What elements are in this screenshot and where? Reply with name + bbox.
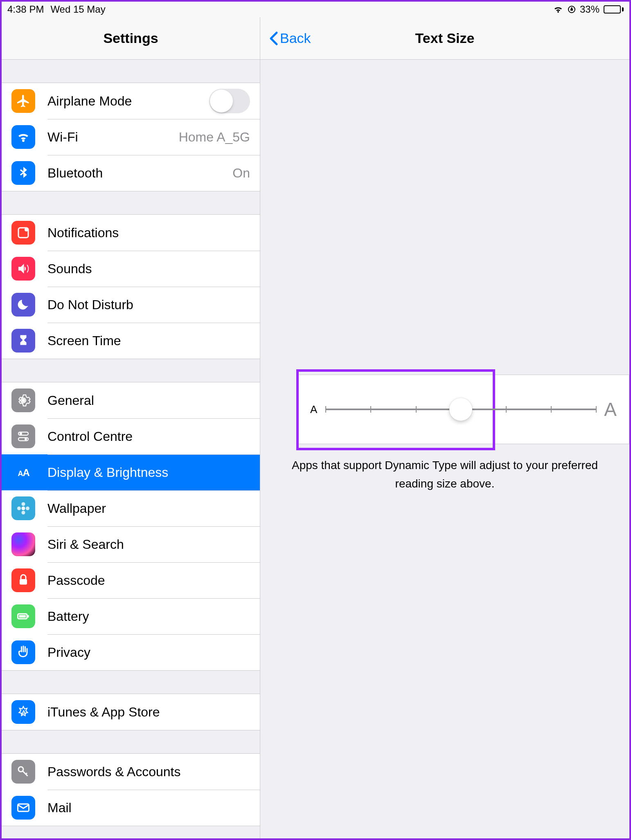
- row-controlcentre[interactable]: Control Centre: [2, 418, 260, 454]
- battery-icon: [604, 5, 624, 13]
- lock-icon: [11, 568, 35, 592]
- row-privacy[interactable]: Privacy: [2, 634, 260, 670]
- bluetooth-value: On: [232, 166, 250, 181]
- siri-icon: [11, 532, 35, 556]
- battery-icon: [11, 604, 35, 628]
- row-label: Screen Time: [47, 333, 250, 348]
- row-label: Sounds: [47, 261, 250, 276]
- row-label: Battery: [47, 609, 250, 624]
- hourglass-icon: [11, 329, 35, 353]
- back-label: Back: [280, 30, 311, 46]
- wifi-icon: [11, 125, 35, 149]
- row-label: Bluetooth: [47, 166, 232, 181]
- appstore-icon: A: [11, 700, 35, 724]
- svg-point-12: [22, 511, 25, 514]
- group-accounts: Passwords & Accounts Mail: [2, 753, 260, 826]
- svg-text:A: A: [22, 709, 26, 716]
- dynamic-type-footer: Apps that support Dynamic Type will adju…: [289, 456, 600, 493]
- status-time: 4:38 PM: [7, 4, 44, 15]
- switches-icon: [11, 424, 35, 448]
- row-label: Control Centre: [47, 429, 250, 444]
- sounds-icon: [11, 257, 35, 281]
- row-label: Display & Brightness: [47, 465, 250, 480]
- row-sounds[interactable]: Sounds: [2, 251, 260, 287]
- mail-icon: [11, 796, 35, 820]
- row-itunes[interactable]: A iTunes & App Store: [2, 694, 260, 730]
- row-passwords[interactable]: Passwords & Accounts: [2, 754, 260, 790]
- row-mail[interactable]: Mail: [2, 790, 260, 826]
- svg-rect-18: [28, 615, 29, 618]
- svg-rect-15: [20, 579, 27, 585]
- row-passcode[interactable]: Passcode: [2, 562, 260, 598]
- hand-icon: [11, 640, 35, 664]
- detail-navbar: Back Text Size: [260, 17, 629, 60]
- group-itunes: A iTunes & App Store: [2, 694, 260, 730]
- row-wallpaper[interactable]: Wallpaper: [2, 490, 260, 526]
- svg-point-14: [26, 507, 29, 510]
- settings-sidebar: Settings Airplane Mode Wi-Fi Hom: [2, 17, 260, 838]
- status-bar: 4:38 PM Wed 15 May 33%: [2, 2, 629, 17]
- chevron-left-icon: [268, 31, 278, 46]
- svg-point-5: [20, 432, 22, 435]
- row-battery[interactable]: Battery: [2, 598, 260, 634]
- svg-point-20: [18, 767, 23, 772]
- battery-percent: 33%: [580, 4, 599, 15]
- row-label: Privacy: [47, 645, 250, 660]
- row-label: iTunes & App Store: [47, 705, 250, 720]
- row-label: Mail: [47, 800, 250, 815]
- textsize-icon: AA: [11, 460, 35, 484]
- row-label: Notifications: [47, 225, 250, 240]
- row-label: Do Not Disturb: [47, 297, 250, 312]
- row-general[interactable]: General: [2, 382, 260, 418]
- row-label: Passwords & Accounts: [47, 764, 250, 779]
- row-label: Wi-Fi: [47, 130, 179, 145]
- text-size-slider-card: A A: [298, 375, 629, 444]
- svg-point-13: [17, 507, 21, 510]
- sidebar-title: Settings: [2, 30, 260, 46]
- slider-max-label: A: [604, 398, 617, 420]
- svg-text:A: A: [23, 467, 30, 478]
- svg-point-3: [22, 399, 25, 402]
- slider-thumb[interactable]: [449, 398, 472, 421]
- group-connectivity: Airplane Mode Wi-Fi Home A_5G Bluetooth …: [2, 83, 260, 191]
- gear-icon: [11, 389, 35, 412]
- row-bluetooth[interactable]: Bluetooth On: [2, 155, 260, 191]
- row-label: Wallpaper: [47, 501, 250, 516]
- svg-rect-17: [19, 615, 26, 618]
- detail-pane: Back Text Size A: [260, 17, 629, 838]
- wifi-status-icon: [553, 5, 563, 13]
- key-icon: [11, 760, 35, 784]
- row-notifications[interactable]: Notifications: [2, 215, 260, 251]
- svg-point-7: [25, 438, 27, 440]
- svg-point-2: [25, 228, 28, 231]
- notifications-icon: [11, 221, 35, 245]
- row-label: Airplane Mode: [47, 94, 209, 109]
- row-label: Siri & Search: [47, 537, 250, 552]
- sidebar-navbar: Settings: [2, 17, 260, 60]
- moon-icon: [11, 293, 35, 317]
- wifi-value: Home A_5G: [179, 130, 250, 145]
- text-size-slider[interactable]: [325, 409, 596, 410]
- flower-icon: [11, 496, 35, 520]
- back-button[interactable]: Back: [268, 30, 311, 46]
- group-alerts: Notifications Sounds Do Not Disturb: [2, 214, 260, 359]
- status-date: Wed 15 May: [50, 4, 105, 15]
- airplane-switch[interactable]: [209, 89, 250, 113]
- orientation-lock-icon: [568, 5, 576, 13]
- group-general: General Control Centre AA Display & Brig…: [2, 382, 260, 671]
- row-dnd[interactable]: Do Not Disturb: [2, 287, 260, 323]
- row-screentime[interactable]: Screen Time: [2, 323, 260, 359]
- bluetooth-icon: [11, 161, 35, 185]
- row-airplane[interactable]: Airplane Mode: [2, 83, 260, 119]
- svg-point-10: [22, 507, 25, 510]
- row-siri[interactable]: Siri & Search: [2, 526, 260, 562]
- detail-title: Text Size: [260, 30, 629, 46]
- row-label: General: [47, 393, 250, 408]
- row-label: Passcode: [47, 573, 250, 588]
- airplane-icon: [11, 89, 35, 113]
- row-display-brightness[interactable]: AA Display & Brightness: [2, 454, 260, 490]
- row-wifi[interactable]: Wi-Fi Home A_5G: [2, 119, 260, 155]
- svg-point-11: [22, 502, 25, 506]
